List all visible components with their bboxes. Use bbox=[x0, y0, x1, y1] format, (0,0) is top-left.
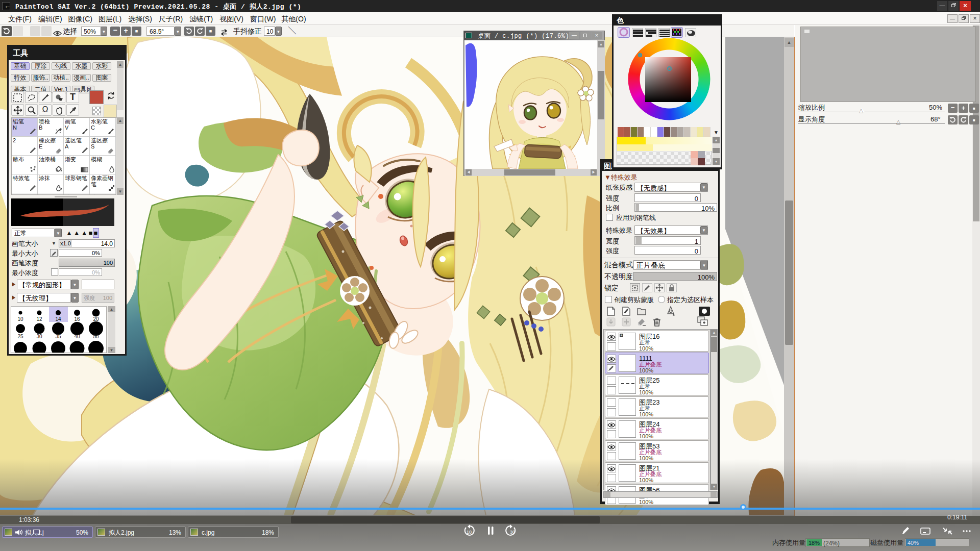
svg-text:50: 50 bbox=[93, 334, 99, 339]
svg-text:14: 14 bbox=[55, 316, 61, 322]
svg-text:30: 30 bbox=[510, 530, 515, 535]
svg-text:10: 10 bbox=[17, 316, 23, 322]
svg-text:40: 40 bbox=[74, 334, 80, 339]
svg-text:35: 35 bbox=[55, 334, 61, 339]
svg-text:25: 25 bbox=[17, 334, 23, 339]
svg-text:16: 16 bbox=[74, 316, 80, 322]
svg-text:20: 20 bbox=[93, 316, 99, 322]
svg-text:12: 12 bbox=[36, 316, 42, 322]
svg-text:30: 30 bbox=[36, 334, 42, 339]
svg-text:10: 10 bbox=[467, 530, 472, 535]
